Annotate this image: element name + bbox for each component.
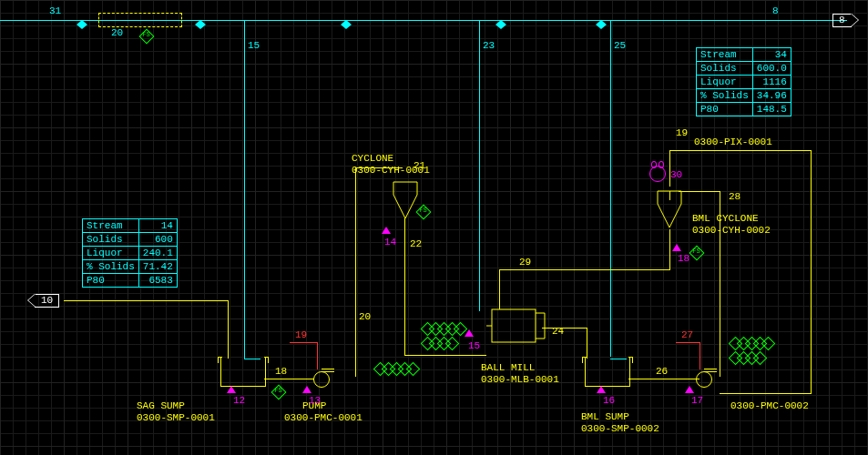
fs-group-icon: [377, 364, 418, 374]
marker-icon: [227, 386, 236, 393]
process-line: [64, 300, 228, 301]
stream-number: 24: [552, 326, 564, 337]
process-line: [628, 379, 700, 379]
stream-number: 15: [248, 40, 260, 51]
marker-label: 14: [384, 237, 396, 248]
process-line: [811, 150, 812, 394]
equipment-label: CYCLONE: [352, 153, 393, 164]
process-line: [355, 167, 356, 377]
equipment-label: BML CYCLONE: [692, 213, 759, 224]
equipment-tag: 0300-PIX-0001: [694, 136, 772, 147]
equipment-tag: 0300-SMP-0001: [137, 412, 215, 423]
stream-number: 19: [676, 127, 688, 138]
stream-table-14: Stream14 Solids600 Liquor240.1 % Solids7…: [82, 218, 178, 288]
pipe-piece: [98, 13, 182, 27]
stream-table-34: Stream34 Solids600.0 Liquor1116 % Solids…: [696, 47, 791, 116]
marker-icon: [302, 386, 311, 393]
cyclone-icon: [390, 178, 421, 222]
equipment-tag: 0300-MLB-0001: [481, 374, 559, 385]
process-line: [669, 229, 670, 269]
process-line: [404, 355, 486, 356]
marker-icon: [685, 386, 694, 393]
equipment-tag: 0300-PMC-0002: [730, 400, 809, 411]
marker-label: 15: [468, 340, 480, 351]
instrument-balloon-icon: [649, 166, 666, 182]
stream-number: 22: [410, 238, 422, 249]
stream-number: 31: [49, 5, 61, 16]
stream-number: 28: [729, 191, 740, 202]
fs-icon: [139, 29, 155, 45]
equipment-tag: 0300-CYH-0002: [692, 225, 771, 236]
stream-number: 8: [772, 5, 779, 16]
stream-line: [244, 20, 245, 359]
stream-line: [610, 20, 611, 357]
marker-label: 18: [678, 253, 689, 264]
process-line: [499, 269, 670, 270]
equipment-tag: 0300-SMP-0002: [581, 423, 659, 434]
stream-number: 10: [41, 295, 53, 306]
process-line: [404, 218, 405, 355]
stream-number: 20: [111, 27, 123, 38]
process-line: [669, 150, 811, 151]
stream-number: 26: [656, 366, 668, 377]
stream-number: 23: [483, 40, 495, 51]
marker-icon: [597, 386, 606, 393]
stream-line: [479, 20, 480, 311]
pump-icon: [696, 371, 712, 388]
flow-arrow-in: 10: [35, 294, 59, 308]
cyclone-icon: [654, 187, 685, 231]
stream-number: 29: [519, 257, 531, 268]
marker-label: 17: [691, 395, 703, 406]
process-line: [290, 342, 317, 343]
fs-icon: [689, 246, 705, 261]
svg-rect-0: [492, 309, 536, 342]
stream-number: 18: [275, 366, 287, 377]
process-line: [720, 393, 811, 394]
process-line: [264, 379, 314, 379]
pid-canvas: 31 20 15 23 25 8 8 10 Stream14 Solids600…: [0, 0, 868, 455]
fs-icon: [271, 385, 287, 400]
fs-group-icon: [732, 339, 773, 349]
marker-icon: [382, 227, 391, 234]
equipment-label: BALL MILL: [481, 362, 535, 373]
stream-number: 27: [681, 329, 693, 340]
stream-number: 21: [414, 160, 425, 171]
stream-number: 19: [295, 329, 307, 340]
marker-icon: [672, 244, 681, 251]
marker-label: 16: [603, 395, 615, 406]
marker-label: 12: [233, 395, 245, 406]
fs-group-icon: [732, 353, 765, 363]
marker-label: 30: [670, 169, 682, 180]
process-line: [228, 300, 229, 359]
equipment-label: BML SUMP: [581, 411, 629, 422]
ball-mill-icon: [486, 304, 550, 348]
process-line: [669, 150, 670, 187]
process-line: [676, 342, 700, 343]
flow-arrow-out: 8: [832, 14, 852, 27]
stream-number: 20: [359, 311, 371, 322]
sump-icon: [220, 357, 266, 387]
pump-icon: [313, 371, 330, 388]
process-line: [587, 328, 587, 359]
stream-number: 25: [614, 40, 626, 51]
equipment-tag: 0300-PMC-0001: [284, 412, 363, 423]
process-line: [317, 342, 318, 369]
stream-number: 8: [839, 15, 845, 25]
sump-icon: [585, 357, 630, 387]
fs-group-icon: [424, 324, 465, 334]
equipment-label: SAG SUMP: [137, 400, 185, 411]
fs-group-icon: [424, 339, 457, 349]
process-line: [700, 342, 700, 369]
marker-label: 13: [309, 395, 321, 406]
